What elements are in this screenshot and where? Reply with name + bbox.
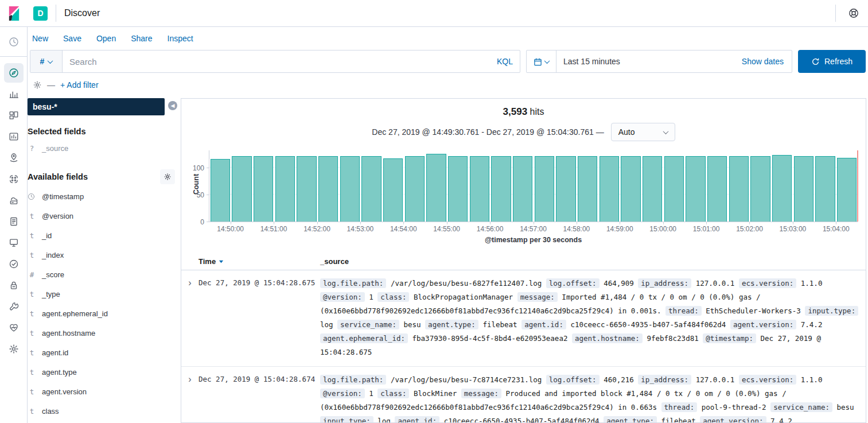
x-tick-mark [231,222,231,224]
refresh-button[interactable]: Refresh [798,50,866,73]
time-range-value[interactable]: Last 15 minutes [556,57,742,66]
chevron-down-icon [48,58,53,64]
histogram-bar[interactable] [211,159,231,222]
menu-inspect[interactable]: Inspect [168,34,193,43]
histogram-bar[interactable] [426,154,446,222]
index-pattern-selector[interactable]: besu-* [28,98,165,115]
histogram-bar[interactable] [729,156,749,222]
rail-item-management[interactable] [4,339,24,359]
histogram-bar[interactable] [275,156,295,222]
field-agent.id[interactable]: tagent.id [28,343,181,362]
histogram-bar[interactable] [837,158,857,222]
histogram-bar[interactable] [340,156,360,222]
kql-language-button[interactable]: KQL [490,57,520,66]
field-agent.version[interactable]: tagent.version [28,382,181,401]
filter-language-toggle[interactable]: # [30,51,63,72]
x-tick-mark [534,222,534,224]
field-agent.ephemeral_id[interactable]: tagent.ephemeral_id [28,304,181,323]
rail-item-apm[interactable] [4,233,24,253]
rail-item-canvas[interactable] [4,127,24,146]
field-key-badge: ecs.version: [739,278,796,288]
menu-share[interactable]: Share [131,34,152,43]
histogram-bar[interactable] [470,156,490,222]
search-input[interactable] [63,57,490,67]
collapse-sidebar-button[interactable]: ◀ [168,101,177,110]
histogram-bar[interactable] [513,156,533,222]
rail-item-monitoring[interactable] [4,318,24,337]
histogram-bar[interactable] [535,156,555,222]
field-@version[interactable]: t@version [28,206,181,226]
calendar-button[interactable] [527,51,556,72]
field-key-badge: agent.version: [730,320,796,329]
histogram-bar[interactable] [318,156,338,222]
field-agent.hostname[interactable]: tagent.hostname [28,323,181,343]
menu-new[interactable]: New [32,34,48,43]
current-time-marker [857,150,858,222]
histogram-bar[interactable] [448,156,468,222]
field-key-badge: class: [377,292,409,302]
rail-item-logs[interactable] [4,212,24,231]
field-name: _index [42,251,64,259]
field-_index[interactable]: t_index [28,245,181,265]
hash-icon: # [40,57,45,66]
field-container[interactable]: tcontainer [28,421,181,423]
document-time: Dec 27, 2019 @ 15:04:28.675 [198,277,320,289]
time-column-header[interactable]: Time [198,257,320,266]
rail-item-devtools[interactable] [4,297,24,316]
field-key-badge: agent.id: [521,320,566,329]
rail-item-bar-chart[interactable] [4,84,24,104]
histogram-bar[interactable] [621,156,641,222]
field-settings-button[interactable] [160,169,175,184]
rail-item-maps[interactable] [4,148,24,168]
field-_score[interactable]: #_score [28,265,181,284]
compass-icon [9,68,19,78]
histogram-bar[interactable] [643,156,663,222]
field-class[interactable]: tclass [28,401,181,421]
rail-item-siem[interactable] [4,275,24,295]
add-filter-button[interactable]: + Add filter [60,80,99,90]
field-_type[interactable]: t_type [28,284,181,304]
histogram-bar[interactable] [772,155,792,222]
rail-item-ml[interactable] [4,169,24,189]
histogram-bar[interactable] [794,156,814,222]
expand-document-button[interactable]: › [181,277,198,289]
rail-item-uptime[interactable] [4,254,24,274]
histogram-bar[interactable] [556,156,576,222]
kibana-logo[interactable] [0,6,28,21]
field-_source[interactable]: ?_source [28,138,181,158]
rail-item-dashboard[interactable] [4,106,24,125]
histogram-bar[interactable] [686,156,706,222]
histogram-bar[interactable] [750,156,770,222]
rail-item-recent[interactable] [0,27,27,57]
gear-icon[interactable] [33,80,42,90]
rail-item-compass[interactable] [4,63,24,83]
x-tick-mark [749,222,750,224]
show-dates-link[interactable]: Show dates [742,57,792,66]
interval-select[interactable]: Auto [611,123,675,141]
histogram-chart[interactable]: Count 050100 14:50:0014:51:0014:52:0014:… [188,150,858,244]
field-_id[interactable]: t_id [28,226,181,245]
page-title: Discover [64,8,100,18]
rail-item-infrastructure[interactable] [4,191,24,210]
histogram-bar[interactable] [232,156,252,222]
menu-open[interactable]: Open [96,34,116,43]
histogram-bar[interactable] [405,156,425,222]
help-button[interactable] [844,3,863,23]
menu-save[interactable]: Save [63,34,81,43]
y-tick-label: 100 [193,164,204,172]
histogram-bar[interactable] [815,156,835,222]
histogram-bar[interactable] [361,156,382,222]
histogram-bar[interactable] [297,156,317,222]
histogram-bar[interactable] [578,156,598,222]
histogram-bar[interactable] [707,156,727,222]
histogram-bar[interactable] [491,156,511,222]
logs-icon [9,216,19,227]
histogram-bar[interactable] [383,158,403,222]
histogram-bar[interactable] [664,156,684,222]
field-agent.type[interactable]: tagent.type [28,362,181,382]
field-@timestamp[interactable]: @timestamp [28,187,181,206]
expand-document-button[interactable]: › [181,373,198,386]
histogram-bar[interactable] [254,156,274,222]
plot-area[interactable] [209,150,858,222]
histogram-bar[interactable] [600,156,620,222]
